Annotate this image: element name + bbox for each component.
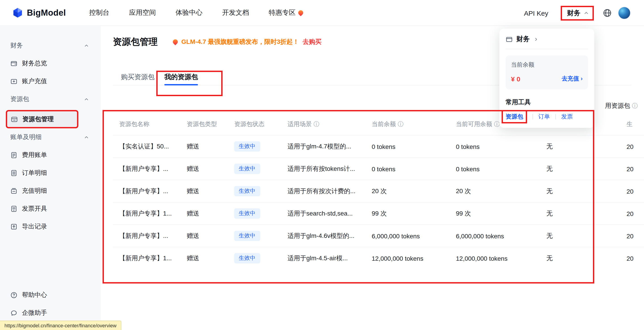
sidebar-section-package[interactable]: 资源包	[6, 90, 94, 108]
cell-available: 99 次	[450, 209, 540, 217]
sidebar-item-export-records[interactable]: 导出记录	[6, 218, 94, 236]
column-label: 资源包名称	[119, 120, 149, 128]
page: BigModel 控制台 应用空间 体验中心 开发文档 特惠专区 API Key…	[0, 0, 644, 330]
sidebar-item-help-center[interactable]: 帮助中心	[6, 286, 94, 304]
nav-app-space[interactable]: 应用空间	[129, 8, 156, 17]
promo-text: GLM-4.7 最强旗舰重磅发布，限时3折起！	[182, 38, 299, 46]
main-nav: 控制台 应用空间 体验中心 开发文档 特惠专区	[89, 8, 303, 17]
tool-link-packages[interactable]: 资源包	[502, 110, 527, 123]
cell-balance: 0 tokens	[366, 143, 450, 150]
column-label: 适用场景	[288, 120, 312, 128]
finance-dropdown-panel: 财务 当前余额 ¥ 0 去充值 › 常用工具 资源包 订单 发票	[499, 29, 594, 128]
sidebar-item-label: 帮助中心	[22, 291, 47, 299]
column-header-balance: 当前余额ⓘ	[366, 120, 450, 128]
sidebar: 财务 财务总览 账户充值 资源包 资源包管理 账单及明细 费用账单	[0, 26, 101, 330]
sidebar-item-expense-bill[interactable]: 费用账单	[6, 146, 94, 164]
cell-package-name: 【新用户专享】1...	[113, 209, 180, 217]
table-row: 【新用户专享】1... 赠送 生效中 适用于glm-4.5-air模... 12…	[113, 247, 644, 269]
recharge-icon	[10, 78, 18, 85]
tab-buy-packages[interactable]: 购买资源包	[121, 72, 154, 85]
sidebar-item-label: 账户充值	[22, 77, 47, 85]
nav-label: 开发文档	[222, 8, 249, 17]
nav-label: 控制台	[89, 8, 109, 17]
info-icon[interactable]: ⓘ	[494, 120, 500, 128]
language-globe-button[interactable]	[603, 8, 612, 17]
chevron-up-icon	[84, 43, 89, 48]
tab-my-packages[interactable]: 我的资源包	[164, 72, 198, 85]
column-label: 生	[626, 120, 632, 128]
sidebar-item-wecom-assistant[interactable]: 企微助手	[6, 304, 94, 322]
nav-promo-zone[interactable]: 特惠专区	[269, 8, 303, 17]
cell-effective-partial: 20	[620, 143, 644, 150]
status-badge: 生效中	[234, 231, 260, 241]
promo-buy-link[interactable]: 去购买	[303, 38, 322, 46]
sidebar-item-label: 企微助手	[22, 309, 47, 317]
cell-package-name: 【新用户专享】1...	[113, 254, 180, 262]
recharge-detail-icon	[10, 187, 18, 194]
table-row: 【新用户专享】... 赠送 生效中 适用于所有按tokens计... 0 tok…	[113, 158, 644, 180]
column-header-status: 资源包状态	[228, 120, 281, 128]
column-header-effective-partial: 生	[620, 120, 644, 128]
cell-effective-partial: 20	[620, 232, 644, 239]
sidebar-item-label: 充值明细	[22, 187, 47, 195]
cell-available: 20 次	[450, 187, 540, 195]
cell-scene: 适用于所有按次计费的...	[281, 187, 366, 195]
info-icon[interactable]: ⓘ	[314, 120, 319, 128]
sidebar-item-label: 导出记录	[22, 223, 47, 231]
balance-value: ¥ 0	[511, 75, 520, 82]
divider	[555, 114, 556, 119]
sidebar-item-package-management[interactable]: 资源包管理	[6, 110, 78, 128]
cell-package-name: 【新用户专享】...	[113, 232, 180, 240]
cell-effective-partial: 20	[620, 255, 644, 262]
tool-link-invoices[interactable]: 发票	[561, 113, 573, 121]
cell-package-name: 【新用户专享】...	[113, 165, 180, 173]
sidebar-section-billing[interactable]: 账单及明细	[6, 128, 94, 146]
nav-dev-docs[interactable]: 开发文档	[222, 8, 249, 17]
cell-package-type: 赠送	[180, 143, 228, 151]
invoice-icon	[10, 205, 18, 212]
cell-extra: 无	[540, 143, 620, 151]
column-label: 资源包状态	[234, 120, 264, 128]
cell-extra: 无	[540, 232, 620, 240]
package-icon	[11, 116, 18, 123]
cell-scene: 适用于glm-4.7模型的...	[281, 143, 366, 151]
sidebar-item-recharge-detail[interactable]: 充值明细	[6, 182, 94, 200]
link-preview-status-bar: https://bigmodel.cn/finance-center/finan…	[0, 321, 121, 330]
order-list-icon	[10, 169, 18, 177]
info-icon[interactable]: ⓘ	[632, 102, 638, 110]
status-badge: 生效中	[234, 186, 260, 196]
logo[interactable]: BigModel	[12, 7, 66, 18]
info-icon[interactable]: ⓘ	[398, 120, 404, 128]
status-badge: 生效中	[234, 208, 260, 219]
status-badge: 生效中	[234, 141, 260, 152]
cell-package-type: 赠送	[180, 209, 228, 217]
chat-icon	[10, 310, 18, 317]
cell-available: 0 tokens	[450, 143, 540, 150]
cell-package-status: 生效中	[228, 231, 281, 241]
sidebar-item-order-detail[interactable]: 订单明细	[6, 164, 94, 182]
wallet-icon	[10, 60, 18, 67]
sidebar-item-invoice[interactable]: 发票开具	[6, 200, 94, 218]
finance-menu-label: 财务	[567, 9, 580, 17]
nav-console[interactable]: 控制台	[89, 8, 109, 17]
dropdown-finance-link[interactable]: 财务	[506, 35, 588, 49]
balance-card: 当前余额 ¥ 0 去充值 ›	[506, 55, 588, 89]
avatar[interactable]	[618, 7, 630, 19]
topbar-right: API Key 财务	[524, 0, 630, 26]
common-tools-links: 资源包 订单 发票	[506, 112, 588, 122]
nav-experience-center[interactable]: 体验中心	[176, 8, 202, 17]
sidebar-item-label: 财务总览	[22, 59, 47, 67]
cell-scene: 适用于所有按tokens计...	[281, 165, 366, 173]
api-key-link[interactable]: API Key	[524, 9, 548, 17]
cell-package-type: 赠送	[180, 165, 228, 173]
finance-menu-button[interactable]: 财务	[561, 5, 594, 20]
common-tools-title: 常用工具	[506, 98, 588, 106]
column-label: 资源包类型	[187, 120, 217, 128]
sidebar-item-finance-overview[interactable]: 财务总览	[6, 55, 94, 72]
go-recharge-link[interactable]: 去充值 ›	[562, 75, 583, 83]
cell-balance: 12,000,000 tokens	[366, 255, 450, 262]
sidebar-item-account-recharge[interactable]: 账户充值	[6, 72, 94, 90]
tool-link-orders[interactable]: 订单	[538, 113, 550, 121]
cell-package-type: 赠送	[180, 232, 228, 240]
sidebar-section-finance[interactable]: 财务	[6, 37, 94, 55]
